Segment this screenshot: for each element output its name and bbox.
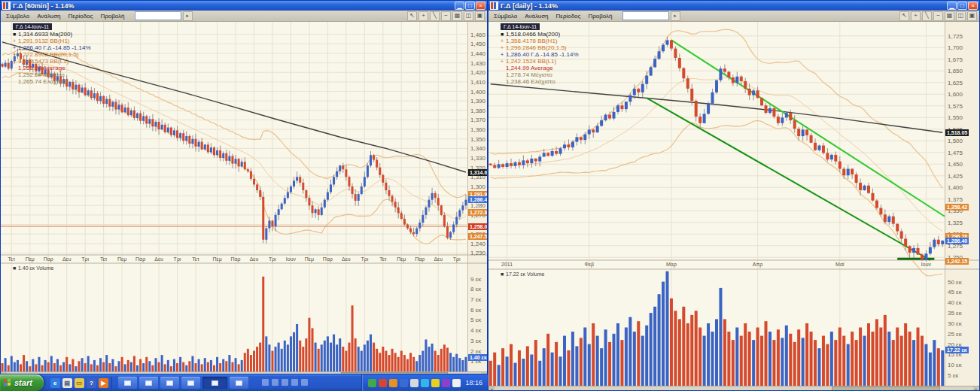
taskbar-overflow-icon[interactable] — [262, 379, 269, 386]
minimize-button[interactable]: ▁ — [455, 2, 464, 10]
window-icon — [166, 380, 173, 386]
save-icon[interactable]: ▣ — [475, 11, 485, 21]
restore-button[interactable]: □ — [957, 2, 967, 10]
symbol-input[interactable] — [622, 11, 669, 20]
legend-toggle-icon[interactable]: + — [13, 51, 18, 58]
legend-row[interactable]: ■1,314.6933 Ma(200) — [13, 31, 91, 38]
taskbar-overflow-icon[interactable] — [301, 379, 308, 386]
folder-icon[interactable]: ▭ — [75, 378, 84, 388]
legend-row[interactable]: +1,242.1524 BB(L1) — [501, 58, 579, 65]
tray-icon[interactable] — [410, 379, 418, 387]
go-icon[interactable]: ▸ — [671, 11, 680, 21]
legend-text: 1,242.1524 BB(L1) — [506, 58, 556, 65]
tray-icon[interactable] — [431, 379, 440, 387]
crosshair-icon[interactable]: + — [911, 11, 921, 21]
menu-item-Περίοδος[interactable]: Περίοδος — [65, 12, 97, 20]
legend-row[interactable]: 1,244.99 Average — [501, 65, 579, 71]
legend-text: 1,291.9132 BB(H1) — [18, 38, 70, 44]
tray-icon[interactable] — [368, 379, 376, 387]
menu-item-Σύμβολο[interactable]: Σύμβολο — [2, 12, 33, 20]
internet-explorer-icon[interactable]: e — [50, 378, 60, 388]
legend-row[interactable]: +1,358.4178 BB(H1) — [501, 38, 579, 44]
legend-toggle-icon[interactable]: + — [13, 38, 18, 44]
x-axis-label: Μαϊ — [829, 262, 851, 267]
horizontal-line-icon[interactable]: − — [441, 11, 451, 21]
taskbar-window-button-5[interactable] — [202, 377, 227, 389]
legend-toggle-icon[interactable]: + — [13, 44, 18, 51]
legend-row[interactable]: +1,291.9132 BB(H1) — [13, 38, 91, 44]
help-icon[interactable]: ? — [87, 378, 96, 388]
grid-icon[interactable]: ▦ — [452, 11, 462, 21]
legend-row[interactable]: 1,265.74 Ελάχιστο — [13, 78, 91, 85]
scroll-left-icon[interactable]: ◂ — [488, 386, 495, 391]
legend-toggle-icon[interactable]: ■ — [13, 31, 18, 38]
legend-toggle-icon[interactable]: ■ — [13, 265, 18, 271]
new-window-icon[interactable]: ◫ — [956, 11, 966, 21]
media-player-icon[interactable]: ▶ — [99, 378, 108, 388]
taskbar-overflow-icon[interactable] — [291, 379, 298, 386]
legend-row[interactable]: +1,286.40 Γ.Δ -14.85 -1.14% — [13, 44, 91, 51]
legend-toggle-icon[interactable]: + — [501, 51, 506, 58]
menu-item-Ανάλυση[interactable]: Ανάλυση — [33, 12, 64, 20]
scroll-right-icon[interactable]: ▸ — [973, 386, 979, 391]
tray-icon[interactable] — [379, 379, 387, 387]
tray-icon[interactable] — [400, 379, 408, 387]
volume-axis-label: 30 εκ — [948, 320, 962, 327]
crosshair-icon[interactable]: + — [418, 11, 428, 21]
legend-row[interactable]: ■1,518.0466 Ma(200) — [501, 31, 579, 38]
menu-item-Ανάλυση[interactable]: Ανάλυση — [521, 12, 552, 20]
legend-toggle-icon[interactable]: + — [501, 44, 506, 51]
close-button[interactable]: × — [476, 2, 485, 10]
legend-row[interactable]: +1,272.8902 BB(20,1.5) — [13, 51, 91, 58]
taskbar-window-button-3[interactable] — [160, 377, 179, 389]
volume-legend[interactable]: ■1.40 εκ Volume — [13, 265, 53, 271]
horizontal-line-icon[interactable]: − — [933, 11, 943, 21]
legend-row[interactable]: 1,258.04 Average — [13, 65, 91, 71]
restore-button[interactable]: □ — [465, 2, 475, 10]
close-button[interactable]: × — [968, 2, 978, 10]
menu-item-Περίοδος[interactable]: Περίοδος — [552, 12, 585, 20]
trendline-icon[interactable]: ╲ — [922, 11, 932, 21]
trendline-icon[interactable]: ╲ — [430, 11, 440, 21]
tray-icon[interactable] — [389, 379, 397, 387]
legend-toggle-icon[interactable]: ■ — [501, 271, 506, 277]
taskbar-window-button-2[interactable] — [139, 377, 158, 389]
grid-icon[interactable]: ▦ — [945, 11, 954, 21]
legend-row[interactable]: 1,278.74 Μέγιστο — [501, 71, 579, 78]
legend-row[interactable]: +1,247.5473 BB(L1) — [13, 58, 91, 65]
taskbar-clock: 18:16 — [465, 379, 482, 386]
cursor-icon[interactable]: ↖ — [407, 11, 417, 21]
start-button[interactable]: start — [0, 374, 44, 391]
menu-item-Προβολή[interactable]: Προβολή — [96, 12, 128, 20]
legend-toggle-icon[interactable]: ■ — [501, 31, 506, 38]
tray-icon[interactable] — [452, 379, 461, 387]
tray-icon[interactable] — [421, 379, 429, 387]
cursor-icon[interactable]: ↖ — [899, 11, 909, 21]
scrollbar-thumb[interactable] — [832, 386, 939, 391]
legend-toggle-icon[interactable]: + — [13, 58, 18, 65]
titlebar[interactable]: Γ.Δ [60min] - 1.14% ▁ □ × — [1, 1, 487, 11]
legend-row[interactable]: +1,296.2846 BB(20,1.5) — [501, 44, 579, 51]
symbol-input[interactable] — [135, 11, 181, 20]
tray-icon[interactable] — [442, 379, 450, 387]
menu-item-Σύμβολο[interactable]: Σύμβολο — [490, 12, 521, 20]
legend-toggle-icon[interactable]: + — [501, 38, 506, 44]
menu-item-Προβολή[interactable]: Προβολή — [584, 12, 616, 20]
titlebar[interactable]: Γ.Δ [daily] - 1.14% ▁ □ × — [488, 1, 979, 11]
legend-row[interactable]: +1,286.40 Γ.Δ -14.85 -1.14% — [501, 51, 579, 58]
horizontal-scrollbar[interactable]: ◂ ▸ — [488, 386, 979, 391]
go-icon[interactable]: ▸ — [183, 11, 193, 21]
taskbar-window-button-6[interactable] — [230, 377, 248, 389]
taskbar-overflow-icon[interactable] — [272, 379, 278, 386]
taskbar-overflow-icon[interactable] — [282, 379, 288, 386]
new-window-icon[interactable]: ◫ — [464, 11, 473, 21]
legend-toggle-icon[interactable]: + — [501, 58, 506, 65]
legend-row[interactable]: 1,238.46 Ελάχιστο — [501, 78, 579, 85]
taskbar-window-button-1[interactable] — [118, 377, 137, 389]
volume-legend[interactable]: ■17.22 εκ Volume — [501, 271, 544, 277]
minimize-button[interactable]: ▁ — [947, 2, 957, 10]
show-desktop-icon[interactable]: ▤ — [62, 378, 72, 388]
save-icon[interactable]: ▣ — [967, 11, 977, 21]
taskbar-window-button-4[interactable] — [181, 377, 200, 389]
legend-row[interactable]: 1,292.04 Μέγιστο — [13, 71, 91, 78]
